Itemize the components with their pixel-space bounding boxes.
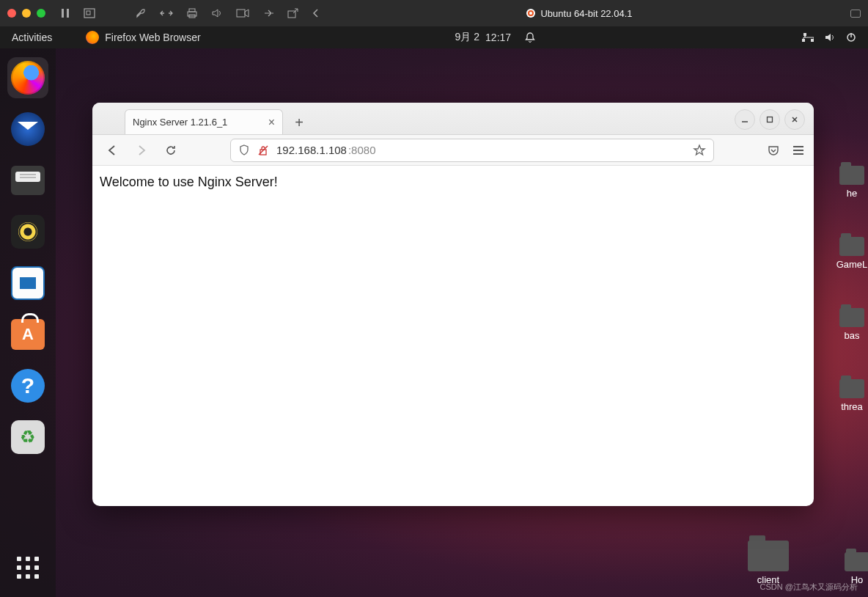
folder-icon [839, 308, 864, 327]
share-icon[interactable] [287, 8, 299, 18]
snapshot-icon[interactable] [84, 8, 95, 18]
host-minimize-button[interactable] [22, 9, 31, 18]
bookmark-star-icon[interactable] [693, 144, 706, 157]
active-app-label: Firefox Web Browser [105, 32, 200, 43]
system-status-area[interactable] [790, 32, 868, 43]
nav-back-button[interactable] [101, 139, 123, 161]
host-zoom-button[interactable] [37, 9, 45, 18]
desktop: ? he GameL bas threa client Ho Nginx Ser… [0, 48, 868, 597]
firefox-window: Nginx Server 1.21.6_1 × + 192.168.1.108:… [92, 103, 814, 506]
sound-icon[interactable] [211, 8, 223, 18]
gnome-topbar: Activities Firefox Web Browser 9月 2 12:1… [0, 26, 868, 48]
desktop-folder[interactable]: threa [839, 379, 864, 412]
pocket-icon[interactable] [767, 144, 780, 157]
host-maximize-icon[interactable] [850, 10, 861, 18]
shield-icon[interactable] [238, 144, 250, 156]
host-toolbar-icons [60, 7, 320, 19]
window-minimize-button[interactable] [735, 109, 755, 130]
desktop-folder[interactable]: GameL [836, 237, 868, 270]
dock-thunderbird[interactable] [7, 109, 48, 150]
dock-software[interactable] [7, 314, 48, 355]
desktop-folder[interactable]: he [839, 166, 864, 199]
app-menu-icon[interactable] [792, 145, 805, 155]
firefox-mini-icon [86, 31, 99, 44]
window-maximize-button[interactable] [760, 109, 780, 130]
folder-icon [845, 552, 868, 571]
page-heading: Welcome to use Nginx Server! [100, 175, 806, 190]
watermark: CSDN @江鸟木又源码分析 [760, 582, 858, 593]
folder-icon [748, 541, 789, 571]
activities-button[interactable]: Activities [0, 32, 64, 43]
network-icon [802, 32, 814, 43]
dock-writer[interactable] [7, 263, 48, 304]
svg-point-9 [526, 9, 535, 18]
show-applications-button[interactable] [13, 553, 43, 582]
printer-icon[interactable] [186, 8, 198, 18]
ubuntu-software-icon [11, 319, 45, 350]
tab-close-button[interactable]: × [268, 117, 275, 128]
browser-tab[interactable]: Nginx Server 1.21.6_1 × [125, 109, 283, 134]
svg-rect-3 [87, 11, 90, 15]
desktop-folder[interactable]: bas [839, 308, 864, 341]
desktop-folder-home[interactable]: Ho [846, 552, 868, 585]
host-close-button[interactable] [7, 9, 16, 18]
folder-icon [839, 237, 864, 256]
dock-firefox[interactable] [7, 57, 48, 98]
tab-title: Nginx Server 1.21.6_1 [133, 117, 227, 128]
nav-forward-button[interactable] [130, 139, 152, 161]
ubuntu-logo-icon [526, 8, 536, 18]
wrench-icon[interactable] [135, 7, 147, 19]
desktop-folder-client[interactable]: client [748, 541, 789, 585]
window-close-button[interactable] [784, 109, 805, 130]
dock-help[interactable]: ? [7, 365, 48, 406]
host-titlebar: Ubuntu 64-bit 22.04.1 [0, 0, 868, 26]
svg-rect-17 [768, 117, 773, 122]
url-port: :8080 [348, 144, 376, 156]
page-content: Welcome to use Nginx Server! [92, 166, 814, 506]
chevron-left-icon[interactable] [312, 8, 320, 18]
svg-rect-0 [62, 9, 64, 18]
clock-time: 12:17 [485, 32, 511, 43]
svg-rect-1 [67, 9, 69, 18]
svg-rect-5 [189, 9, 195, 12]
camera-icon[interactable] [236, 9, 249, 18]
url-bar[interactable]: 192.168.1.108:8080 [230, 139, 714, 162]
help-icon: ? [11, 369, 45, 403]
clock-area[interactable]: 9月 2 12:17 [455, 31, 537, 44]
dock-rhythmbox[interactable] [7, 211, 48, 252]
svg-rect-12 [802, 39, 805, 42]
folder-icon [839, 379, 864, 398]
host-window-title: Ubuntu 64-bit 22.04.1 [540, 8, 632, 19]
volume-icon [824, 32, 836, 43]
trash-icon [11, 420, 45, 454]
dock: ? [0, 48, 56, 597]
url-host: 192.168.1.108 [276, 144, 347, 156]
new-tab-button[interactable]: + [287, 111, 311, 134]
bell-icon [524, 32, 536, 43]
firefox-tabbar: Nginx Server 1.21.6_1 × + [92, 103, 814, 135]
firefox-icon [11, 61, 45, 95]
nav-reload-button[interactable] [160, 139, 182, 161]
svg-rect-11 [803, 33, 806, 36]
resize-icon[interactable] [160, 8, 173, 18]
libreoffice-writer-icon [11, 266, 45, 300]
rhythmbox-icon [11, 215, 45, 249]
desktop-folder-column: he GameL bas threa [836, 166, 868, 412]
dock-files[interactable] [7, 160, 48, 201]
clock-date: 9月 2 [455, 31, 479, 44]
window-traffic-lights [7, 9, 45, 18]
power-icon [846, 32, 856, 43]
pause-icon[interactable] [60, 8, 70, 18]
dock-trash[interactable] [7, 417, 48, 458]
insecure-lock-icon[interactable] [257, 144, 269, 156]
firefox-toolbar: 192.168.1.108:8080 [92, 135, 814, 166]
svg-rect-7 [237, 10, 245, 17]
folder-icon [839, 166, 864, 185]
svg-rect-13 [811, 39, 814, 42]
files-icon [11, 166, 45, 195]
usb-icon[interactable] [262, 8, 274, 18]
thunderbird-icon [11, 112, 45, 146]
svg-rect-2 [84, 9, 95, 18]
active-app-indicator[interactable]: Firefox Web Browser [64, 31, 200, 44]
